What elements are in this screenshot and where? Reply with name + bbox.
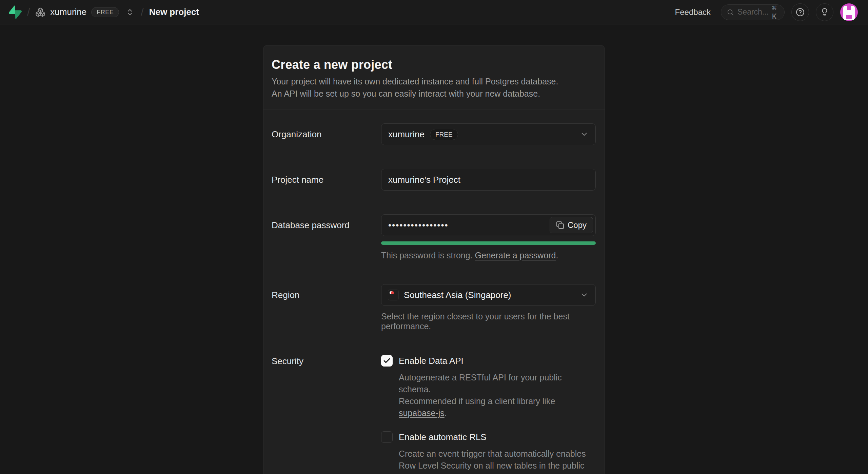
region-value: Southeast Asia (Singapore) — [404, 290, 511, 300]
supabase-logo[interactable] — [9, 5, 22, 19]
org-name: xumurine — [50, 7, 86, 17]
help-icon — [796, 8, 805, 17]
breadcrumb-divider: / — [141, 6, 143, 18]
organization-value: xumurine — [388, 129, 425, 140]
data-api-checkbox[interactable] — [381, 355, 393, 367]
generate-password-link[interactable]: Generate a password — [475, 251, 556, 260]
organization-label: Organization — [272, 123, 381, 145]
supabase-js-link[interactable]: supabase-js — [399, 408, 445, 418]
singapore-flag-icon — [388, 290, 398, 300]
supabase-bolt-icon — [9, 5, 22, 19]
card-header: Create a new project Your project will h… — [263, 45, 605, 110]
database-password-label: Database password — [272, 214, 381, 260]
create-project-card: Create a new project Your project will h… — [263, 45, 605, 474]
org-switcher-button[interactable] — [124, 7, 135, 18]
copy-password-button[interactable]: Copy — [550, 217, 593, 233]
enable-data-api-checkbox-row[interactable]: Enable Data API — [381, 355, 596, 367]
project-name-label: Project name — [272, 169, 381, 191]
auto-rls-checkbox[interactable] — [381, 431, 393, 443]
chevron-down-icon — [580, 291, 589, 299]
password-field-wrap: Copy — [381, 214, 596, 236]
data-api-description: Autogenerate a RESTful API for your publ… — [399, 372, 596, 419]
region-select[interactable]: Southeast Asia (Singapore) — [381, 284, 596, 306]
password-strength-text: This password is strong. Generate a pass… — [381, 251, 596, 260]
organization-plan-badge: FREE — [430, 129, 458, 140]
search-placeholder: Search... — [737, 7, 769, 17]
organization-select[interactable]: xumurine FREE — [381, 123, 596, 145]
main-content: Create a new project Your project will h… — [0, 24, 868, 474]
breadcrumb-divider: / — [27, 6, 30, 18]
org-plan-badge: FREE — [91, 7, 119, 17]
password-strength-bar — [381, 241, 596, 245]
project-name-input[interactable] — [381, 169, 596, 191]
breadcrumb: / xumurine FREE / New project — [9, 5, 199, 19]
search-icon — [727, 8, 734, 16]
region-label: Region — [272, 284, 381, 331]
navbar-actions: Feedback Search... ⌘ K — [672, 3, 858, 21]
lightbulb-icon — [820, 8, 829, 17]
feedback-button[interactable]: Feedback — [672, 5, 714, 20]
whats-new-button[interactable] — [816, 3, 833, 21]
card-subtitle-line2: An API will be set up so you can easily … — [272, 88, 596, 99]
breadcrumb-page-title: New project — [149, 7, 199, 17]
app-root: / xumurine FREE / New project Feedback S… — [0, 0, 868, 474]
copy-icon — [556, 221, 564, 229]
enable-auto-rls-checkbox-row[interactable]: Enable automatic RLS — [381, 431, 596, 443]
project-name-row: Project name — [272, 169, 596, 191]
search-input[interactable]: Search... ⌘ K — [721, 4, 785, 20]
chevron-down-icon — [580, 130, 589, 139]
user-avatar[interactable] — [840, 3, 858, 21]
region-helper-text: Select the region closest to your users … — [381, 312, 596, 331]
region-row: Region Southeast Asia (Singapore) Select… — [272, 284, 596, 331]
card-subtitle-line1: Your project will have its own dedicated… — [272, 76, 596, 86]
organization-row: Organization xumurine FREE — [272, 123, 596, 145]
breadcrumb-organization[interactable]: xumurine FREE — [35, 7, 119, 17]
security-row: Security Enable Data API Autogenerate a … — [272, 355, 596, 474]
database-password-row: Database password Copy This password is … — [272, 214, 596, 260]
auto-rls-label: Enable automatic RLS — [399, 432, 487, 442]
page-title: Create a new project — [272, 58, 596, 72]
auto-rls-description: Create an event trigger that automatical… — [399, 448, 596, 474]
enable-data-api-group: Enable Data API Autogenerate a RESTful A… — [381, 355, 596, 419]
boxes-icon — [35, 7, 45, 17]
copy-button-label: Copy — [568, 220, 587, 230]
security-label: Security — [272, 355, 381, 474]
search-shortcut: ⌘ K — [772, 4, 779, 21]
check-icon — [383, 357, 391, 365]
enable-auto-rls-group: Enable automatic RLS Create an event tri… — [381, 431, 596, 474]
project-form: Organization xumurine FREE Project name — [263, 110, 605, 474]
help-button[interactable] — [791, 3, 809, 21]
chevrons-up-down-icon — [126, 8, 134, 16]
data-api-label: Enable Data API — [399, 356, 463, 366]
top-navbar: / xumurine FREE / New project Feedback S… — [0, 0, 868, 24]
